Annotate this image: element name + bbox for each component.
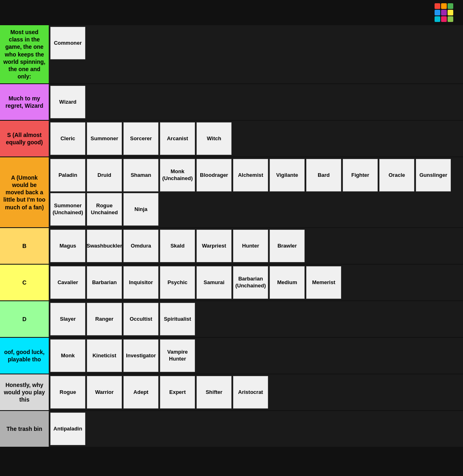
item-card[interactable]: Barbarian (Unchained) <box>233 266 268 299</box>
tier-label-tier-why: Honestly, why would you play this <box>0 374 49 410</box>
item-card[interactable]: Sorcerer <box>123 122 158 155</box>
item-card[interactable]: Warrior <box>87 376 122 409</box>
tier-items-tier-oof: MonkKineticistInvestigatorVampire Hunter <box>49 338 463 374</box>
logo <box>435 3 457 22</box>
item-card[interactable]: Paladin <box>50 159 85 191</box>
item-card[interactable]: Alchemist <box>233 159 268 191</box>
item-card[interactable]: Memerist <box>306 266 341 299</box>
item-card[interactable]: Omdura <box>123 230 158 262</box>
logo-grid-icon <box>435 3 453 22</box>
item-card[interactable]: Kineticist <box>87 339 122 372</box>
item-card[interactable]: Summoner (Unchained) <box>50 193 85 226</box>
item-card[interactable]: Gunslinger <box>416 159 451 191</box>
item-card[interactable]: Rogue <box>50 376 85 409</box>
item-card[interactable]: Antipaladin <box>50 413 85 445</box>
item-card[interactable]: Aristocrat <box>233 376 268 409</box>
tier-items-tier-why: RogueWarriorAdeptExpertShifterAristocrat <box>49 374 463 410</box>
tier-row-tier-c: CCavalierBarbarianInquisitorPsychicSamur… <box>0 265 463 301</box>
tier-row-tier-s-plus: Most used class in the game, the one who… <box>0 25 463 84</box>
tier-label-tier-oof: oof, good luck, playable tho <box>0 338 49 374</box>
item-card[interactable]: Rogue Unchained <box>87 193 122 226</box>
tier-label-tier-b: B <box>0 228 49 264</box>
item-card[interactable]: Expert <box>160 376 195 409</box>
tier-row-tier-s-minus: Much to my regret, WizardWizard <box>0 84 463 121</box>
item-card[interactable]: Inquisitor <box>123 266 158 299</box>
tier-items-tier-s-minus: Wizard <box>49 84 463 120</box>
item-card[interactable]: Oracle <box>379 159 414 191</box>
item-card[interactable]: Investigator <box>123 339 158 372</box>
tier-items-tier-trash: Antipaladin <box>49 411 463 447</box>
tier-row-tier-a: A (Umonk would be moved back a little bu… <box>0 157 463 228</box>
item-card[interactable]: Shaman <box>123 159 158 191</box>
item-card[interactable]: Arcanist <box>160 122 195 155</box>
item-card[interactable]: Cleric <box>50 122 85 155</box>
item-card[interactable]: Witch <box>197 122 232 155</box>
item-card[interactable]: Warpriest <box>197 230 232 262</box>
item-card[interactable]: Slayer <box>50 303 85 335</box>
item-card[interactable]: Magus <box>50 230 85 262</box>
item-card[interactable]: Barbarian <box>87 266 122 299</box>
item-card[interactable]: Monk <box>50 339 85 372</box>
item-card[interactable]: Shifter <box>197 376 232 409</box>
tier-items-tier-d: SlayerRangerOccultistSpiritualist <box>49 301 463 337</box>
item-card[interactable]: Samurai <box>197 266 232 299</box>
item-card[interactable]: Bloodrager <box>197 159 232 191</box>
item-card[interactable]: Druid <box>87 159 122 191</box>
tier-row-tier-trash: The trash binAntipaladin <box>0 411 463 448</box>
item-card[interactable]: Commoner <box>50 27 85 59</box>
tier-items-tier-s: ClericSummonerSorcererArcanistWitch <box>49 121 463 156</box>
tier-items-tier-b: MagusSwashbucklerOmduraSkaldWarpriestHun… <box>49 228 463 264</box>
item-card[interactable]: Adept <box>123 376 158 409</box>
tier-items-tier-a: PaladinDruidShamanMonk (Unchained)Bloodr… <box>49 157 463 227</box>
tier-label-tier-s: S (All almost equally good) <box>0 121 49 156</box>
tier-row-tier-d: DSlayerRangerOccultistSpiritualist <box>0 301 463 338</box>
item-card[interactable]: Ninja <box>123 193 158 226</box>
item-card[interactable]: Brawler <box>270 230 305 262</box>
tier-label-tier-trash: The trash bin <box>0 411 49 447</box>
item-card[interactable]: Cavalier <box>50 266 85 299</box>
tier-label-tier-d: D <box>0 301 49 337</box>
item-card[interactable]: Fighter <box>343 159 378 191</box>
tier-row-tier-why: Honestly, why would you play thisRogueWa… <box>0 374 463 411</box>
item-card[interactable]: Monk (Unchained) <box>160 159 195 191</box>
item-card[interactable]: Vampire Hunter <box>160 339 195 372</box>
tier-row-tier-oof: oof, good luck, playable thoMonkKinetici… <box>0 338 463 374</box>
header <box>0 0 463 25</box>
tier-label-tier-a: A (Umonk would be moved back a little bu… <box>0 157 49 227</box>
tier-items-tier-s-plus: Commoner <box>49 25 463 83</box>
item-card[interactable]: Summoner <box>87 122 122 155</box>
item-card[interactable]: Swashbuckler <box>87 230 122 262</box>
item-card[interactable]: Occultist <box>123 303 158 335</box>
item-card[interactable]: Wizard <box>50 86 85 118</box>
tier-label-tier-c: C <box>0 265 49 300</box>
item-card[interactable]: Medium <box>270 266 305 299</box>
item-card[interactable]: Vigilante <box>270 159 305 191</box>
tier-container: Most used class in the game, the one who… <box>0 25 463 448</box>
item-card[interactable]: Psychic <box>160 266 195 299</box>
item-card[interactable]: Bard <box>306 159 341 191</box>
tier-row-tier-b: BMagusSwashbucklerOmduraSkaldWarpriestHu… <box>0 228 463 265</box>
item-card[interactable]: Hunter <box>233 230 268 262</box>
tier-row-tier-s: S (All almost equally good)ClericSummone… <box>0 121 463 157</box>
item-card[interactable]: Ranger <box>87 303 122 335</box>
item-card[interactable]: Skald <box>160 230 195 262</box>
tier-items-tier-c: CavalierBarbarianInquisitorPsychicSamura… <box>49 265 463 300</box>
item-card[interactable]: Spiritualist <box>160 303 195 335</box>
tier-label-tier-s-plus: Most used class in the game, the one who… <box>0 25 49 83</box>
tier-label-tier-s-minus: Much to my regret, Wizard <box>0 84 49 120</box>
